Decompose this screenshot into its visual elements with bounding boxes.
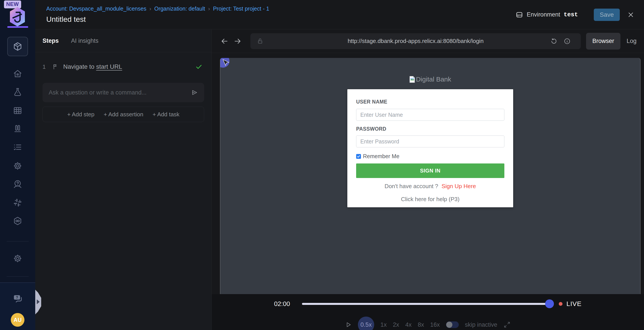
breadcrumb-organization[interactable]: Organization: default <box>154 6 205 12</box>
hexagon-infinity-icon <box>13 216 22 226</box>
sidebar-item-checklist[interactable] <box>0 142 35 152</box>
speed-4x-button[interactable]: 4x <box>405 322 412 328</box>
remember-me-checkbox[interactable] <box>356 154 361 159</box>
environment-icon <box>516 11 523 19</box>
speed-16x-button[interactable]: 16x <box>430 322 440 328</box>
environment-label: Environment <box>527 11 560 18</box>
checklist-icon <box>13 142 22 152</box>
add-actions-container: + Add step + Add assertion + Add task <box>42 106 204 122</box>
add-assertion-button[interactable]: + Add assertion <box>104 111 144 118</box>
sidebar-item-admin-settings[interactable] <box>0 254 35 263</box>
timeline-handle[interactable] <box>545 300 554 308</box>
sign-in-button[interactable]: SIGN IN <box>356 164 504 178</box>
gear-icon <box>13 161 22 171</box>
sidebar-item-support[interactable] <box>0 179 35 189</box>
start-url-link[interactable]: start URL <box>96 63 122 70</box>
username-field[interactable] <box>356 109 504 121</box>
sidebar-item-settings[interactable] <box>0 161 35 171</box>
add-task-button[interactable]: + Add task <box>153 111 180 118</box>
bank-logo-alt-text: Digital Bank <box>416 76 451 83</box>
live-label: LIVE <box>566 300 582 308</box>
remote-cursor-icon <box>222 59 230 67</box>
user-question-icon <box>13 179 22 189</box>
user-avatar[interactable]: AU <box>11 313 24 327</box>
timeline-slider[interactable] <box>302 299 553 309</box>
step-success-check-icon <box>195 63 203 70</box>
remember-me-label: Remember Me <box>363 153 399 160</box>
steps-panel: Steps AI insights 1 Navigate to start UR… <box>35 30 212 330</box>
play-icon[interactable] <box>345 322 352 328</box>
skip-inactive-toggle[interactable] <box>446 322 459 328</box>
brand-underline <box>7 26 28 28</box>
help-chat-button[interactable]: ? <box>0 294 35 304</box>
sidebar-item-runs[interactable] <box>0 124 35 134</box>
steps-tabs: Steps AI insights <box>35 30 212 52</box>
timeline-track[interactable] <box>302 303 553 305</box>
back-arrow-icon[interactable] <box>220 37 228 45</box>
speed-2x-button[interactable]: 2x <box>393 322 399 328</box>
save-button[interactable]: Save <box>594 8 620 21</box>
skip-inactive-label: skip inactive <box>465 322 497 328</box>
fullscreen-icon[interactable] <box>504 321 510 328</box>
cube-icon <box>12 42 23 52</box>
app-window: NEW <box>0 0 644 330</box>
scrub-row: 02:00 LIVE <box>212 299 644 309</box>
tab-log[interactable]: Log <box>626 38 636 44</box>
sidebar-item-pipelines[interactable] <box>0 216 35 226</box>
sidebar-item-tests[interactable] <box>0 87 35 97</box>
info-icon[interactable] <box>564 38 571 45</box>
toggle-knob <box>446 322 452 328</box>
breadcrumb-account[interactable]: Account: Devspace_all_module_licenses <box>46 6 146 12</box>
close-icon[interactable] <box>627 11 634 18</box>
panel-collapse-handle[interactable] <box>35 290 41 314</box>
gear-icon <box>13 254 22 263</box>
app-logo[interactable] <box>6 6 28 27</box>
speed-8x-button[interactable]: 8x <box>418 322 424 328</box>
signup-row: Don't have account ? Sign Up Here <box>356 183 504 190</box>
environment-value[interactable]: test <box>564 12 578 18</box>
tab-steps[interactable]: Steps <box>42 38 59 44</box>
sidebar-item-integrations[interactable] <box>0 198 35 208</box>
sidebar-divider <box>6 241 29 242</box>
send-icon[interactable] <box>191 89 198 96</box>
bank-logo: Digital Bank <box>220 76 640 83</box>
step-row[interactable]: 1 Navigate to start URL <box>42 63 203 70</box>
speed-1x-button[interactable]: 1x <box>380 322 387 328</box>
url-bar[interactable]: http://stage.dbank.prod-apps.relicx.ai:8… <box>250 33 581 49</box>
slack-icon <box>13 198 22 208</box>
sidebar-item-test-builder[interactable] <box>7 37 28 56</box>
reload-icon[interactable] <box>550 38 558 45</box>
tab-browser[interactable]: Browser <box>586 33 620 50</box>
url-text[interactable]: http://stage.dbank.prod-apps.relicx.ai:8… <box>348 38 484 44</box>
browser-viewport[interactable]: Digital Bank USER NAME PASSWORD Remember… <box>220 58 640 294</box>
step-action-label: Navigate to <box>63 63 94 70</box>
grid-icon <box>13 106 22 116</box>
help-link[interactable]: Click here for help (P3) <box>356 196 504 203</box>
sidebar-divider <box>6 276 29 277</box>
sidebar: NEW <box>0 0 35 330</box>
sign-up-link[interactable]: Sign Up Here <box>442 183 476 190</box>
speed-0.5x-button[interactable]: 0.5x <box>358 316 374 330</box>
breadcrumb-separator: › <box>208 6 210 12</box>
lock-open-icon <box>256 38 264 45</box>
signup-prefix: Don't have account ? <box>384 183 438 190</box>
elapsed-time: 02:00 <box>274 300 290 308</box>
add-step-button[interactable]: + Add step <box>67 111 94 118</box>
remember-me-row: Remember Me <box>356 153 504 160</box>
top-header: Account: Devspace_all_module_licenses › … <box>35 0 644 29</box>
forward-arrow-icon[interactable] <box>234 37 242 45</box>
command-input[interactable] <box>49 89 191 96</box>
breadcrumb-project[interactable]: Project: Test project - 1 <box>213 6 269 12</box>
password-label: PASSWORD <box>356 126 504 132</box>
session-timeline: 02:00 LIVE 0.5x 1x 2x 4x 8x <box>212 294 644 330</box>
breadcrumb-separator: › <box>149 6 151 12</box>
home-icon <box>13 69 22 78</box>
sidebar-item-home[interactable] <box>0 69 35 78</box>
chat-question-icon: ? <box>12 294 23 304</box>
username-label: USER NAME <box>356 99 504 105</box>
flask-icon <box>13 87 22 97</box>
password-field[interactable] <box>356 136 504 148</box>
sidebar-item-suites[interactable] <box>0 106 35 116</box>
tab-ai-insights[interactable]: AI insights <box>71 38 99 44</box>
sidebar-bottom-section: ? AU <box>0 282 35 330</box>
